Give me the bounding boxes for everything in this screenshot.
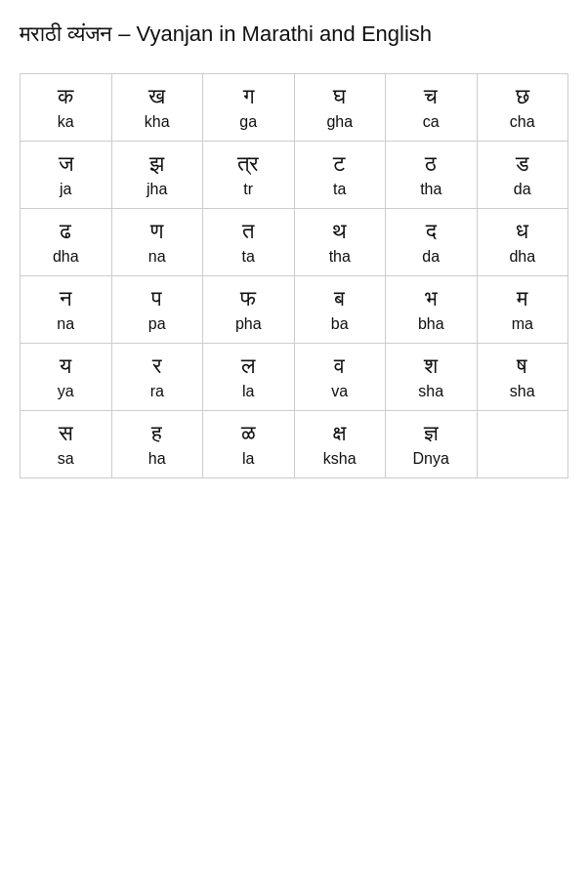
- roman-transliteration: va: [301, 383, 380, 400]
- vyanjan-cell: खkha: [111, 73, 203, 141]
- devanagari-char: च: [392, 84, 471, 109]
- devanagari-char: झ: [118, 151, 197, 177]
- devanagari-char: ष: [483, 353, 563, 379]
- vyanjan-cell: थtha: [294, 208, 386, 275]
- devanagari-char: द: [392, 219, 471, 244]
- roman-transliteration: la: [209, 383, 288, 400]
- roman-transliteration: cha: [483, 113, 563, 131]
- devanagari-char: थ: [301, 219, 380, 244]
- devanagari-char: व: [301, 353, 380, 379]
- devanagari-char: ठ: [392, 151, 471, 177]
- roman-transliteration: na: [118, 248, 197, 266]
- devanagari-char: त: [209, 219, 288, 244]
- devanagari-char: न: [26, 286, 105, 311]
- roman-transliteration: ya: [26, 383, 105, 400]
- roman-transliteration: ca: [392, 113, 471, 131]
- roman-transliteration: ta: [209, 248, 288, 266]
- devanagari-char: ब: [301, 286, 380, 311]
- devanagari-char: ज: [26, 151, 105, 177]
- roman-transliteration: ha: [118, 450, 197, 468]
- roman-transliteration: Dnya: [392, 450, 471, 468]
- vyanjan-cell: ठtha: [386, 141, 478, 208]
- roman-transliteration: bha: [392, 315, 471, 333]
- vyanjan-cell: ढdha: [21, 208, 112, 275]
- devanagari-char: ह: [118, 421, 197, 446]
- devanagari-char: ल: [209, 353, 288, 379]
- devanagari-char: स: [26, 421, 105, 446]
- vyanjan-cell: गga: [203, 73, 295, 141]
- vyanjan-cell: टta: [294, 141, 386, 208]
- devanagari-char: य: [26, 353, 105, 379]
- roman-transliteration: tha: [301, 248, 380, 266]
- roman-transliteration: jha: [118, 181, 197, 198]
- roman-transliteration: pa: [118, 315, 197, 333]
- roman-transliteration: sha: [483, 383, 563, 400]
- roman-transliteration: na: [26, 315, 105, 333]
- devanagari-char: प: [118, 286, 197, 311]
- devanagari-char: ळ: [209, 421, 288, 446]
- roman-transliteration: ma: [483, 315, 563, 333]
- devanagari-char: क्ष: [301, 421, 380, 446]
- roman-transliteration: dha: [483, 248, 563, 266]
- vyanjan-cell: त्रtr: [203, 141, 295, 208]
- vyanjan-cell: कka: [21, 73, 112, 141]
- vyanjan-cell: यya: [21, 343, 112, 410]
- empty-cell: [477, 410, 568, 477]
- vyanjan-cell: बba: [294, 275, 386, 343]
- devanagari-char: ण: [118, 219, 197, 244]
- roman-transliteration: ra: [118, 383, 197, 400]
- devanagari-char: भ: [392, 286, 471, 311]
- roman-transliteration: sha: [392, 383, 471, 400]
- devanagari-char: घ: [301, 84, 380, 109]
- roman-transliteration: ga: [209, 113, 288, 131]
- roman-transliteration: ba: [301, 315, 380, 333]
- roman-transliteration: sa: [26, 450, 105, 468]
- vyanjan-cell: चca: [386, 73, 478, 141]
- devanagari-char: ड: [483, 151, 563, 177]
- vyanjan-cell: तta: [203, 208, 295, 275]
- vyanjan-cell: जja: [21, 141, 112, 208]
- devanagari-char: क: [26, 84, 105, 109]
- roman-transliteration: pha: [209, 315, 288, 333]
- vyanjan-cell: धdha: [477, 208, 568, 275]
- vyanjan-cell: हha: [111, 410, 203, 477]
- roman-transliteration: la: [209, 450, 288, 468]
- vyanjan-cell: सsa: [21, 410, 112, 477]
- roman-transliteration: ksha: [301, 450, 380, 468]
- roman-transliteration: dha: [26, 248, 105, 266]
- devanagari-char: त्र: [209, 151, 288, 177]
- devanagari-char: ढ: [26, 219, 105, 244]
- devanagari-char: फ: [209, 286, 288, 311]
- devanagari-char: ट: [301, 151, 380, 177]
- vyanjan-cell: णna: [111, 208, 203, 275]
- roman-transliteration: da: [392, 248, 471, 266]
- vyanjan-cell: शsha: [386, 343, 478, 410]
- roman-transliteration: tr: [209, 181, 288, 198]
- devanagari-char: र: [118, 353, 197, 379]
- vyanjan-cell: ळla: [203, 410, 295, 477]
- devanagari-char: ख: [118, 84, 197, 109]
- devanagari-char: छ: [483, 84, 563, 109]
- roman-transliteration: kha: [118, 113, 197, 131]
- vyanjan-cell: मma: [477, 275, 568, 343]
- vyanjan-cell: वva: [294, 343, 386, 410]
- page-title: मराठी व्यंजन – Vyanjan in Marathi and En…: [20, 20, 568, 50]
- devanagari-char: म: [483, 286, 563, 311]
- vyanjan-cell: फpha: [203, 275, 295, 343]
- vyanjan-table: कkaखkhaगgaघghaचcaछchaजjaझjhaत्रtrटtaठtha…: [20, 73, 568, 478]
- roman-transliteration: ja: [26, 181, 105, 198]
- vyanjan-cell: षsha: [477, 343, 568, 410]
- vyanjan-cell: ज्ञDnya: [386, 410, 478, 477]
- roman-transliteration: ta: [301, 181, 380, 198]
- devanagari-char: ध: [483, 219, 563, 244]
- roman-transliteration: gha: [301, 113, 380, 131]
- vyanjan-cell: क्षksha: [294, 410, 386, 477]
- roman-transliteration: da: [483, 181, 563, 198]
- roman-transliteration: ka: [26, 113, 105, 131]
- vyanjan-cell: दda: [386, 208, 478, 275]
- vyanjan-cell: घgha: [294, 73, 386, 141]
- devanagari-char: ज्ञ: [392, 421, 471, 446]
- vyanjan-cell: पpa: [111, 275, 203, 343]
- vyanjan-cell: झjha: [111, 141, 203, 208]
- vyanjan-cell: रra: [111, 343, 203, 410]
